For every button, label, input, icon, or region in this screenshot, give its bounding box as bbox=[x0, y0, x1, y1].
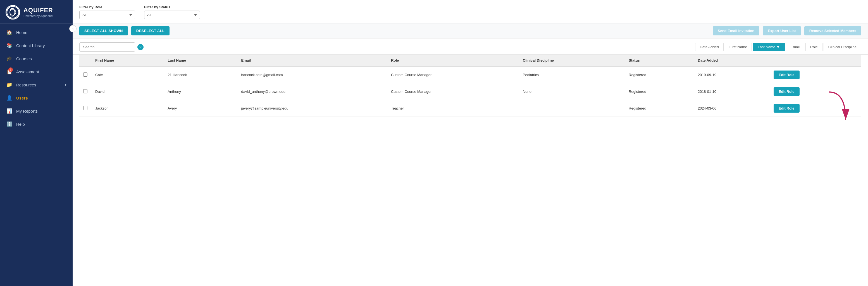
deselect-all-button[interactable]: DESELECT ALL bbox=[131, 26, 169, 35]
sidebar-item-my-reports[interactable]: 📊 My Reports bbox=[0, 105, 72, 118]
status-filter-select[interactable]: All Registered Pending Inactive bbox=[144, 10, 200, 19]
cell-action: Edit Role bbox=[770, 66, 861, 83]
logo-icon bbox=[6, 5, 20, 20]
sort-tab-first-name[interactable]: First Name bbox=[725, 43, 752, 51]
sidebar-collapse-button[interactable]: ‹ bbox=[69, 25, 76, 32]
my-reports-icon: 📊 bbox=[6, 108, 12, 114]
users-table: First Name Last Name Email Role Clinical… bbox=[79, 55, 861, 117]
logo-text: AQUIFER Powered by Aqueduct bbox=[24, 7, 53, 17]
role-filter-group: Filter by Role All Teacher Custom Course… bbox=[79, 5, 135, 19]
role-filter-label: Filter by Role bbox=[79, 5, 135, 9]
cell-clinical-discipline bbox=[519, 100, 625, 117]
cell-role: Custom Course Manager bbox=[387, 66, 519, 83]
sort-tab-last-name[interactable]: Last Name ▼ bbox=[753, 43, 784, 51]
table-header: First Name Last Name Email Role Clinical… bbox=[79, 55, 861, 66]
cell-date-added: 2018-01-10 bbox=[694, 83, 770, 100]
sort-tab-clinical-discipline[interactable]: Clinical Discipline bbox=[824, 43, 861, 51]
col-first-name: First Name bbox=[91, 55, 164, 66]
sidebar-item-help-label: Help bbox=[16, 122, 25, 127]
sidebar-item-content-library[interactable]: 📚 Content Library bbox=[0, 39, 72, 52]
select-all-button[interactable]: SELECT ALL SHOWN bbox=[79, 26, 128, 35]
users-table-wrap: First Name Last Name Email Role Clinical… bbox=[72, 55, 868, 286]
status-filter-group: Filter by Status All Registered Pending … bbox=[144, 5, 200, 19]
cell-last-name: Avery bbox=[164, 100, 237, 117]
chevron-down-icon: ▾ bbox=[65, 83, 66, 87]
row-checkbox-cell bbox=[79, 100, 91, 117]
logo-svg bbox=[6, 5, 19, 20]
assessment-badge: 1 bbox=[8, 67, 13, 72]
export-user-list-button[interactable]: Export User List bbox=[763, 26, 801, 35]
cell-status: Registered bbox=[625, 100, 694, 117]
search-sort-bar: ? Date Added First Name Last Name ▼ Emai… bbox=[72, 38, 868, 55]
courses-icon: 🎓 bbox=[6, 56, 12, 62]
cell-last-name: 21 Hancock bbox=[164, 66, 237, 83]
sort-tab-role[interactable]: Role bbox=[805, 43, 823, 51]
sidebar-item-home-label: Home bbox=[16, 30, 27, 35]
sidebar-item-resources-label: Resources bbox=[16, 82, 36, 87]
sidebar-item-users[interactable]: 👤 Users bbox=[0, 92, 72, 105]
cell-clinical-discipline: Pediatrics bbox=[519, 66, 625, 83]
sidebar-item-home[interactable]: 🏠 Home bbox=[0, 26, 72, 39]
cell-role: Custom Course Manager bbox=[387, 83, 519, 100]
edit-role-button[interactable]: Edit Role bbox=[774, 87, 799, 96]
sidebar-item-users-label: Users bbox=[16, 96, 28, 100]
main-content: Filter by Role All Teacher Custom Course… bbox=[72, 0, 868, 286]
app-subtitle: Powered by Aqueduct bbox=[24, 14, 53, 17]
col-last-name: Last Name bbox=[164, 55, 237, 66]
cell-action: Edit Role bbox=[770, 83, 861, 100]
cell-status: Registered bbox=[625, 83, 694, 100]
col-checkbox bbox=[79, 55, 91, 66]
cell-date-added: 2024-03-06 bbox=[694, 100, 770, 117]
send-email-button[interactable]: Send Email Invitation bbox=[713, 26, 760, 35]
row-checkbox[interactable] bbox=[83, 89, 87, 94]
sidebar-item-resources[interactable]: 📁 Resources ▾ bbox=[0, 78, 72, 92]
sidebar: AQUIFER Powered by Aqueduct ‹ 🏠 Home 📚 C… bbox=[0, 0, 72, 286]
status-filter-label: Filter by Status bbox=[144, 5, 200, 9]
remove-selected-button[interactable]: Remove Selected Members bbox=[804, 26, 861, 35]
resources-icon: 📁 bbox=[6, 82, 12, 88]
sidebar-item-assessment[interactable]: 📋 Assessment 1 bbox=[0, 65, 72, 78]
sidebar-item-courses-label: Courses bbox=[16, 56, 32, 61]
edit-role-button[interactable]: Edit Role bbox=[774, 71, 799, 79]
col-action bbox=[770, 55, 861, 66]
table-row: Cate 21 Hancock hancock.cate@gmail.com C… bbox=[79, 66, 861, 83]
app-title: AQUIFER bbox=[24, 7, 53, 14]
help-icon: ℹ️ bbox=[6, 121, 12, 127]
table-body: Cate 21 Hancock hancock.cate@gmail.com C… bbox=[79, 66, 861, 117]
sort-tab-email[interactable]: Email bbox=[786, 43, 805, 51]
edit-role-button[interactable]: Edit Role bbox=[774, 104, 799, 113]
row-checkbox-cell bbox=[79, 83, 91, 100]
col-status: Status bbox=[625, 55, 694, 66]
sidebar-item-courses[interactable]: 🎓 Courses bbox=[0, 52, 72, 65]
cell-first-name: David bbox=[91, 83, 164, 100]
sort-tab-date-added[interactable]: Date Added bbox=[695, 43, 723, 51]
role-filter-select[interactable]: All Teacher Custom Course Manager Studen… bbox=[79, 10, 135, 19]
cell-email: david_anthony@brown.edu bbox=[237, 83, 387, 100]
row-checkbox[interactable] bbox=[83, 72, 87, 77]
col-role: Role bbox=[387, 55, 519, 66]
cell-clinical-discipline: None bbox=[519, 83, 625, 100]
filters-bar: Filter by Role All Teacher Custom Course… bbox=[72, 0, 868, 24]
col-email: Email bbox=[237, 55, 387, 66]
search-help-icon[interactable]: ? bbox=[137, 44, 144, 50]
cell-first-name: Cate bbox=[91, 66, 164, 83]
cell-action: Edit Role bbox=[770, 100, 861, 117]
sidebar-nav: 🏠 Home 📚 Content Library 🎓 Courses 📋 Ass… bbox=[0, 24, 72, 286]
row-checkbox-cell bbox=[79, 66, 91, 83]
col-clinical-discipline: Clinical Discipline bbox=[519, 55, 625, 66]
cell-date-added: 2019-09-19 bbox=[694, 66, 770, 83]
cell-role: Teacher bbox=[387, 100, 519, 117]
content-library-icon: 📚 bbox=[6, 43, 12, 48]
col-date-added: Date Added bbox=[694, 55, 770, 66]
table-row: David Anthony david_anthony@brown.edu Cu… bbox=[79, 83, 861, 100]
cell-email: hancock.cate@gmail.com bbox=[237, 66, 387, 83]
sort-tabs: Date Added First Name Last Name ▼ Email … bbox=[695, 43, 861, 51]
search-wrap: ? bbox=[79, 42, 144, 51]
cell-first-name: Jackson bbox=[91, 100, 164, 117]
sidebar-logo: AQUIFER Powered by Aqueduct bbox=[0, 0, 72, 24]
search-input[interactable] bbox=[79, 42, 135, 51]
table-row: Jackson Avery javery@sampleuniversity.ed… bbox=[79, 100, 861, 117]
sidebar-item-help[interactable]: ℹ️ Help bbox=[0, 118, 72, 131]
home-icon: 🏠 bbox=[6, 30, 12, 35]
row-checkbox[interactable] bbox=[83, 106, 87, 110]
